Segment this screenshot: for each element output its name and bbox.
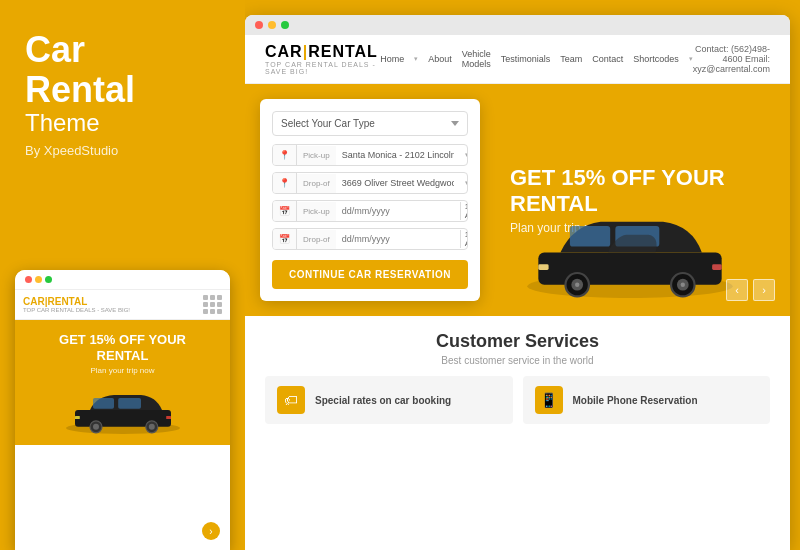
dropoff-pin-icon: 📍 [273,173,297,193]
pickup-time-value: 12:00 AM [460,202,468,220]
site-menu: Home▾ About Vehicle Models Testimonials … [380,49,693,69]
site-navbar: CAR|RENTAL TOP CAR RENTAL DEALS - SAVE B… [245,35,790,84]
services-section: Customer Services Best customer service … [245,316,790,434]
svg-rect-12 [570,226,610,247]
title-line2: Rental [25,70,220,110]
nav-vehicles[interactable]: Vehicle Models [462,49,491,69]
dropoff-location-row: 📍 Drop-of ▾ [272,172,468,194]
dropoff-dropdown-arrow: ▾ [460,179,468,187]
services-cards: 🏷 Special rates on car booking 📱 Mobile … [265,376,770,424]
left-panel: Car Rental Theme By XpeedStudio CAR|RENT… [0,0,245,550]
mobile-hero-title: GET 15% OFF YOUR RENTAL [25,332,220,363]
service-card-rates: 🏷 Special rates on car booking [265,376,513,424]
dropoff-calendar-icon: 📅 [273,229,297,249]
pickup-dropdown-arrow: ▾ [460,151,468,159]
mobile-hero-sub: Plan your trip now [25,366,220,375]
grid-dot [217,302,222,307]
mobile-dot-red [25,276,32,283]
pickup-location-row: 📍 Pick-up ▾ [272,144,468,166]
title-line1: Car [25,30,220,70]
svg-rect-9 [166,416,171,419]
hero-form-container: Select Your Car Type 📍 Pick-up ▾ 📍 Drop-… [245,84,495,316]
nav-testimonials[interactable]: Testimonials [501,54,551,64]
mobile-window-dots [25,276,52,283]
mobile-mockup: CAR|RENTAL TOP CAR RENTAL DEALS - SAVE B… [15,270,230,550]
dropoff-location-input[interactable] [336,173,460,193]
grid-dot [203,295,208,300]
pickup-date-row: 📅 Pick-up 12:00 AM ▾ [272,200,468,222]
dropoff-date-row: 📅 Drop-of 12:00 AM ▾ [272,228,468,250]
hero-navigation-arrows: ‹ › [726,279,775,301]
mobile-grid-icon[interactable] [203,295,222,314]
rates-icon: 🏷 [277,386,305,414]
services-subtitle: Best customer service in the world [265,355,770,366]
continue-reservation-button[interactable]: CONTINUE CAR RESERVATION [272,260,468,289]
svg-point-21 [681,283,685,287]
pickup-date-label: Pick-up [297,202,336,221]
mobile-next-arrow[interactable]: › [202,522,220,540]
site-logo-sub: TOP CAR RENTAL DEALS - SAVE BIG! [265,61,380,75]
nav-team[interactable]: Team [560,54,582,64]
rates-label: Special rates on car booking [315,395,451,406]
nav-contact[interactable]: Contact [592,54,623,64]
mobile-dot-yellow [35,276,42,283]
left-by: By XpeedStudio [25,143,220,158]
hero-car-image [520,186,740,316]
dropoff-date-input[interactable] [336,229,460,249]
pickup-calendar-icon: 📅 [273,201,297,221]
svg-rect-2 [93,398,114,409]
grid-dot [203,309,208,314]
mobile-logo-area: CAR|RENTAL TOP CAR RENTAL DEALS - SAVE B… [15,290,230,320]
hero-next-button[interactable]: › [753,279,775,301]
svg-point-5 [93,424,99,430]
svg-rect-15 [712,264,722,270]
left-subtitle: Theme [25,109,220,137]
mobile-hero: GET 15% OFF YOUR RENTAL Plan your trip n… [15,320,230,445]
service-card-mobile: 📱 Mobile Phone Reservation [523,376,771,424]
grid-dot [217,295,222,300]
nav-shortcodes[interactable]: Shortcodes [633,54,679,64]
services-title: Customer Services [265,331,770,352]
nav-home[interactable]: Home [380,54,404,64]
mobile-logo-car: CAR [23,296,45,307]
mobile-reservation-icon: 📱 [535,386,563,414]
hero-prev-button[interactable]: ‹ [726,279,748,301]
pickup-pin-icon: 📍 [273,145,297,165]
hero-section: Select Your Car Type 📍 Pick-up ▾ 📍 Drop-… [245,84,790,316]
mobile-logo-rental: RENTAL [47,296,87,307]
car-type-select[interactable]: Select Your Car Type [272,111,468,136]
dropoff-time-value: 12:00 AM [460,230,468,248]
site-logo: CAR|RENTAL [265,43,380,61]
dropoff-label: Drop-of [297,174,336,193]
left-title: Car Rental Theme By XpeedStudio [25,30,220,158]
pickup-label: Pick-up [297,146,336,165]
mobile-dot-green [45,276,52,283]
svg-point-18 [575,283,579,287]
browser-dot-yellow [268,21,276,29]
browser-mockup: CAR|RENTAL TOP CAR RENTAL DEALS - SAVE B… [245,15,790,550]
browser-dot-green [281,21,289,29]
mobile-topbar [15,270,230,290]
mobile-logo-sub: TOP CAR RENTAL DEALS - SAVE BIG! [23,307,130,313]
reservation-form: Select Your Car Type 📍 Pick-up ▾ 📍 Drop-… [260,99,480,301]
nav-about[interactable]: About [428,54,452,64]
grid-dot [203,302,208,307]
grid-dot [210,309,215,314]
pickup-location-input[interactable] [336,145,460,165]
site-contact-info: Contact: (562)498-4600 Email: xyz@carren… [693,44,770,74]
browser-dot-red [255,21,263,29]
svg-rect-14 [538,264,548,270]
grid-dot [217,309,222,314]
grid-dot [210,302,215,307]
mobile-logo: CAR|RENTAL TOP CAR RENTAL DEALS - SAVE B… [23,296,130,313]
dropoff-date-label: Drop-of [297,230,336,249]
mobile-car-image [63,380,183,440]
site-logo-block: CAR|RENTAL TOP CAR RENTAL DEALS - SAVE B… [265,43,380,75]
pickup-date-input[interactable] [336,201,460,221]
svg-rect-3 [118,398,141,409]
hero-text-area: GET 15% OFF YOUR RENTAL Plan your trip n… [495,84,790,316]
svg-point-7 [148,424,154,430]
svg-rect-8 [75,416,80,419]
grid-dot [210,295,215,300]
browser-titlebar [245,15,790,35]
